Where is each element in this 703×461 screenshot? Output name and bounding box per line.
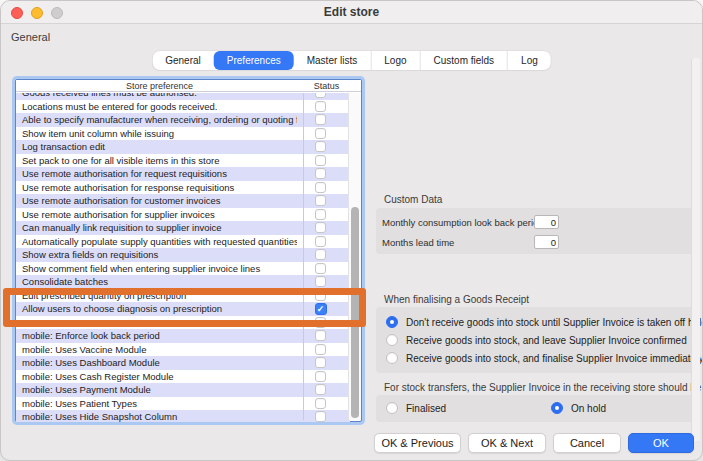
status-checkbox[interactable] <box>315 357 326 368</box>
tab-logo[interactable]: Logo <box>370 51 419 70</box>
column-divider <box>303 93 304 420</box>
goods-receipt-panel: Don't receive goods into stock until Sup… <box>376 307 696 373</box>
radio-option-receive-goods-into-stock-and-finalise-su[interactable]: Receive goods into stock, and finalise S… <box>386 352 696 364</box>
table-row[interactable]: mobile: Uses Patient Types <box>16 397 350 411</box>
status-checkbox[interactable] <box>315 195 326 206</box>
preference-label: Can manually link requisition to supplie… <box>16 222 297 233</box>
status-checkbox[interactable] <box>315 398 326 409</box>
radio-option-on-hold[interactable]: On hold <box>551 402 606 414</box>
status-checkbox[interactable] <box>315 168 326 179</box>
status-checkbox[interactable] <box>315 128 326 139</box>
status-checkbox[interactable] <box>315 155 326 166</box>
cancel-button[interactable]: Cancel <box>553 433 621 453</box>
status-checkbox[interactable] <box>315 276 326 287</box>
radio-selected-icon[interactable] <box>551 402 563 414</box>
table-row[interactable]: Consolidate batches <box>16 275 350 289</box>
custom-data-field: Months lead time <box>382 232 688 252</box>
monthly-consumption-look-back-period-input[interactable] <box>534 215 559 229</box>
status-cell <box>297 168 344 179</box>
status-checkbox[interactable] <box>315 249 326 260</box>
table-row[interactable]: Use remote authorisation for response re… <box>16 181 350 195</box>
pane-scrollbar-track[interactable] <box>691 58 700 441</box>
preference-label: mobile: Uses Patient Types <box>16 398 297 409</box>
preference-label: Show extra fields on requisitions <box>16 249 297 260</box>
status-checkbox[interactable] <box>315 371 326 382</box>
preference-label: Show item unit column while issuing <box>16 128 297 139</box>
tab-custom-fields[interactable]: Custom fields <box>420 51 508 70</box>
table-row[interactable]: mobile: Uses Cash Register Module <box>16 370 350 384</box>
ok-next-button[interactable]: OK & Next <box>468 433 546 453</box>
table-row[interactable]: mobile: Uses Dashboard Module <box>16 356 350 370</box>
status-cell <box>297 195 344 206</box>
status-checkbox[interactable] <box>315 222 326 233</box>
status-cell <box>297 411 344 422</box>
months-lead-time-input[interactable] <box>534 235 559 249</box>
status-checkbox[interactable] <box>315 330 326 341</box>
table-row[interactable]: Locations must be entered for goods rece… <box>16 100 350 114</box>
ok-previous-button[interactable]: OK & Previous <box>374 433 461 453</box>
tab-preferences[interactable]: Preferences <box>214 51 294 70</box>
table-row[interactable]: mobile: Uses Payment Module <box>16 383 350 397</box>
edit-store-window: Edit store General GeneralPreferencesMas… <box>0 0 703 461</box>
stock-transfers-panel: FinalisedOn hold <box>376 395 696 422</box>
status-cell <box>297 398 344 409</box>
status-cell <box>297 155 344 166</box>
status-cell <box>297 344 344 355</box>
status-cell <box>297 249 344 260</box>
custom-data-title: Custom Data <box>384 194 442 205</box>
general-section-label: General <box>11 31 50 43</box>
table-row[interactable]: Set pack to one for all visible items in… <box>16 154 350 168</box>
table-row[interactable]: Can manually link requisition to supplie… <box>16 221 350 235</box>
table-row[interactable]: mobile: Uses Vaccine Module <box>16 343 350 357</box>
tab-bar: GeneralPreferencesMaster listsLogoCustom… <box>152 51 551 70</box>
status-cell <box>297 276 344 287</box>
status-checkbox[interactable] <box>315 344 326 355</box>
radio-selected-icon[interactable] <box>386 316 398 328</box>
goods-receipt-title: When finalising a Goods Receipt <box>384 294 529 305</box>
table-row[interactable]: Show comment field when entering supplie… <box>16 262 350 276</box>
status-cell <box>297 357 344 368</box>
stock-transfers-title: For stock transfers, the Supplier Invoic… <box>384 382 703 393</box>
status-cell <box>297 101 344 112</box>
table-row[interactable]: Able to specify manufacturer when receiv… <box>16 113 350 127</box>
preference-label: Consolidate batches <box>16 276 297 287</box>
table-scrollbar[interactable] <box>348 93 361 420</box>
status-checkbox[interactable] <box>315 236 326 247</box>
tab-general[interactable]: General <box>152 51 214 70</box>
status-checkbox[interactable] <box>315 263 326 274</box>
status-checkbox[interactable] <box>315 411 326 422</box>
table-row[interactable]: Show item unit column while issuing <box>16 127 350 141</box>
radio-option-don-t-receive-goods-into-stock-until-sup[interactable]: Don't receive goods into stock until Sup… <box>386 316 696 328</box>
table-body: Goods received lines must be authorised.… <box>16 93 350 422</box>
status-checkbox[interactable] <box>315 141 326 152</box>
table-row[interactable]: Use remote authorisation for request req… <box>16 167 350 181</box>
status-checkbox[interactable] <box>315 114 326 125</box>
column-header-status[interactable]: Status <box>303 80 350 91</box>
radio-option-finalised[interactable]: Finalised <box>386 402 446 414</box>
tab-master-lists[interactable]: Master lists <box>294 51 371 70</box>
table-row[interactable]: mobile: Uses Hide Snapshot Column <box>16 410 350 422</box>
radio-icon[interactable] <box>386 334 398 346</box>
status-checkbox[interactable] <box>315 101 326 112</box>
highlight-annotation <box>3 288 366 327</box>
ok-button[interactable]: OK <box>628 433 694 453</box>
table-row[interactable]: Automatically populate supply quantities… <box>16 235 350 249</box>
table-row[interactable]: Log transaction edit <box>16 140 350 154</box>
status-checkbox[interactable] <box>315 384 326 395</box>
table-row[interactable]: Use remote authorisation for customer in… <box>16 194 350 208</box>
preference-label: Log transaction edit <box>16 141 297 152</box>
preference-label: Show comment field when entering supplie… <box>16 263 297 274</box>
table-row[interactable]: Show extra fields on requisitions <box>16 248 350 262</box>
status-cell <box>297 209 344 220</box>
radio-icon[interactable] <box>386 352 398 364</box>
radio-option-receive-goods-into-stock-and-leave-suppl[interactable]: Receive goods into stock, and leave Supp… <box>386 334 696 346</box>
custom-data-panel: Monthly consumption look back periodMont… <box>376 208 696 254</box>
status-checkbox[interactable] <box>315 209 326 220</box>
status-checkbox[interactable] <box>315 182 326 193</box>
status-checkbox[interactable] <box>315 93 326 98</box>
radio-icon[interactable] <box>386 402 398 414</box>
tab-log[interactable]: Log <box>507 51 551 70</box>
column-header-store-preference[interactable]: Store preference <box>16 80 303 91</box>
table-row[interactable]: Use remote authorisation for supplier in… <box>16 208 350 222</box>
table-row[interactable]: mobile: Enforce look back period <box>16 329 350 343</box>
